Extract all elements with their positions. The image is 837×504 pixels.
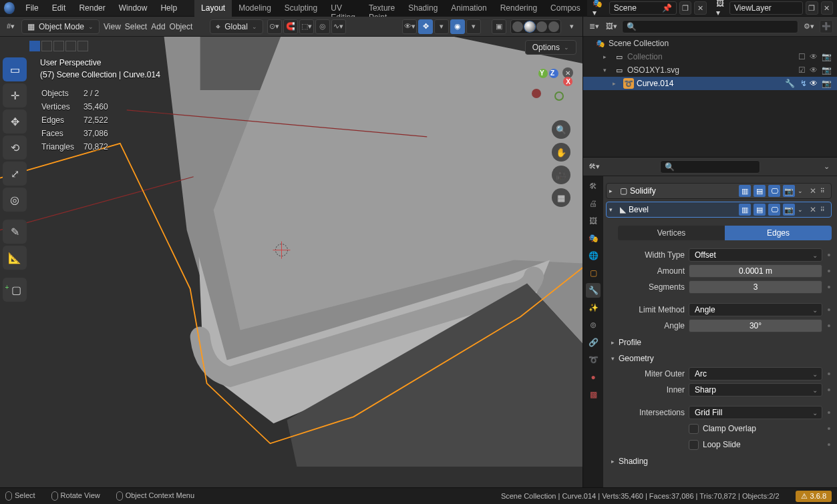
workspace-animation[interactable]: Animation — [444, 0, 493, 17]
tool-move[interactable]: ✥ — [3, 109, 27, 134]
eye-icon[interactable]: 👁 — [810, 65, 818, 75]
affect-edges[interactable]: Edges — [725, 226, 832, 240]
modifier-solidify-header[interactable]: ▸ ▢ Solidify ▥ ▤ 🖵 📷 ⌄ ✕ ⠿ — [606, 183, 832, 199]
version-badge[interactable]: ⚠3.6.8 — [796, 491, 832, 502]
workspace-uvediting[interactable]: UV Editing — [324, 0, 362, 17]
menu-edit[interactable]: Edit — [47, 1, 71, 15]
editor-type-icon[interactable]: #▾ — [4, 20, 17, 33]
tab-object[interactable]: ▢ — [586, 266, 601, 280]
tab-viewlayer[interactable]: 🖼 — [586, 214, 601, 228]
tool-annotate[interactable]: ✎ — [3, 220, 27, 244]
eye-icon[interactable]: 👁 — [810, 79, 818, 88]
workspace-layout[interactable]: Layout — [194, 0, 232, 17]
chevron-right-icon[interactable]: ▸ — [603, 53, 611, 60]
outliner-file[interactable]: ▾ ▭ OSO1XY1.svg ☑👁📷 — [583, 63, 837, 77]
modifier-name[interactable]: Bevel — [629, 205, 736, 214]
chevron-right-icon[interactable]: ▸ — [613, 80, 621, 87]
clamp-overlap-checkbox[interactable] — [689, 424, 699, 434]
amount-field[interactable]: 0.0001 m — [689, 264, 822, 278]
properties-options-icon[interactable]: ⌄ — [820, 160, 833, 174]
affect-vertices[interactable]: Vertices — [618, 226, 725, 240]
viewport-options-button[interactable]: Options⌄ — [525, 40, 576, 55]
proportional-toggle[interactable]: ◎ — [315, 19, 330, 34]
delete-modifier-icon[interactable]: ✕ — [810, 186, 816, 196]
new-viewlayer-button[interactable]: ❐ — [806, 1, 818, 15]
geometry-subpanel[interactable]: ▾Geometry — [606, 350, 832, 366]
shading-mode[interactable] — [510, 19, 561, 34]
limit-method-dropdown[interactable]: Angle — [689, 303, 822, 316]
menu-window[interactable]: Window — [114, 1, 153, 15]
render-icon[interactable]: 📷 — [822, 52, 832, 61]
workspace-modeling[interactable]: Modeling — [232, 0, 278, 17]
anim-dot[interactable]: • — [826, 423, 832, 434]
toggle-render[interactable]: 📷 — [783, 185, 795, 197]
tab-world[interactable]: 🌐 — [586, 248, 601, 263]
tab-data[interactable]: ➰ — [586, 352, 601, 367]
chevron-down-icon[interactable]: ⌄ — [798, 188, 806, 194]
workspace-sculpting[interactable]: Sculpting — [278, 0, 324, 17]
zoom-icon[interactable]: 🔍 — [552, 120, 570, 139]
anim-dot[interactable]: • — [826, 304, 832, 315]
tab-constraints[interactable]: 🔗 — [586, 335, 601, 350]
axis-neg-x[interactable] — [532, 89, 541, 98]
new-collection-button[interactable]: ➕ — [820, 20, 833, 33]
tab-physics[interactable]: ⊚ — [586, 318, 601, 332]
properties-search[interactable]: 🔍 — [660, 160, 760, 174]
modifier-bevel-header[interactable]: ▾ ◣ Bevel ▥ ▤ 🖵 📷 ⌄ ✕ ⠿ — [606, 202, 832, 218]
tool-cursor[interactable]: ✛ — [3, 83, 27, 107]
proportional-options[interactable]: ∿▾ — [331, 19, 346, 34]
anim-dot[interactable]: • — [826, 407, 832, 418]
delete-modifier-icon[interactable]: ✕ — [810, 205, 816, 214]
shade-wire-icon[interactable] — [512, 21, 523, 32]
tab-modifiers[interactable]: 🔧 — [586, 283, 601, 298]
select-menu[interactable]: Select — [125, 22, 147, 31]
outliner-collection[interactable]: ▸ ▭ Collection ☐👁📷 — [583, 50, 837, 63]
delete-scene-button[interactable]: ✕ — [694, 1, 706, 15]
anim-dot[interactable]: • — [826, 282, 832, 292]
select-mode-subtract[interactable] — [53, 41, 64, 51]
outliner-tree[interactable]: 🎭 Scene Collection ▸ ▭ Collection ☐👁📷 ▾ … — [583, 37, 837, 157]
tab-material[interactable]: ● — [586, 370, 601, 385]
tab-scene[interactable]: 🎭 — [586, 231, 601, 246]
anim-dot[interactable]: • — [826, 368, 832, 379]
toggle-realtime[interactable]: 🖵 — [768, 185, 780, 197]
pivot-icon[interactable]: ⊙▾ — [267, 19, 282, 34]
intersections-dropdown[interactable]: Grid Fill — [689, 406, 822, 419]
chevron-down-icon[interactable]: ▾ — [609, 206, 617, 213]
snap-options[interactable]: ⬚▾ — [299, 19, 314, 34]
toggle-render[interactable]: 📷 — [783, 204, 795, 216]
toggle-editmode[interactable]: ▤ — [754, 185, 766, 197]
mode-selector[interactable]: ▦ Object Mode ⌄ — [21, 19, 100, 34]
outliner-scene-collection[interactable]: 🎭 Scene Collection — [583, 37, 837, 50]
workspace-rendering[interactable]: Rendering — [494, 0, 544, 17]
exclude-checkbox[interactable]: ☑ — [798, 65, 806, 75]
anim-dot[interactable]: • — [826, 266, 832, 276]
overlay-toggle[interactable]: ◉ — [450, 19, 465, 34]
shade-matprev-icon[interactable] — [536, 21, 547, 32]
perspective-icon[interactable]: ▦ — [552, 188, 570, 207]
miter-outer-dropdown[interactable]: Arc — [689, 367, 822, 381]
toggle-editmode[interactable]: ▤ — [754, 204, 766, 216]
3d-viewport[interactable]: ▭ ✛ ✥ ⟲ ⤢ ◎ ✎ 📐 +▢ User Perspective (57)… — [0, 37, 582, 487]
scene-name-field[interactable]: Scene 📌 — [609, 1, 677, 15]
menu-file[interactable]: File — [20, 1, 43, 15]
shade-render-icon[interactable] — [548, 21, 559, 32]
nav-gizmo[interactable]: X Y Z — [534, 70, 570, 106]
extra-menu-icon[interactable]: ⠿ — [820, 188, 828, 194]
gizmo-options[interactable]: ▾ — [434, 19, 449, 34]
select-mode-intersect[interactable] — [77, 41, 88, 51]
render-icon[interactable]: 📷 — [822, 79, 832, 88]
camera-icon[interactable]: 🎥 — [552, 166, 570, 184]
tool-scale[interactable]: ⤢ — [3, 162, 27, 186]
workspace-compositing[interactable]: Compos — [544, 0, 587, 17]
select-mode-extend[interactable] — [41, 41, 52, 51]
tool-measure[interactable]: 📐 — [3, 246, 27, 270]
tab-render[interactable]: 🛠 — [586, 179, 601, 194]
width-type-dropdown[interactable]: Offset — [689, 248, 822, 262]
visibility-icon[interactable]: 👁▾ — [402, 19, 417, 34]
tab-output[interactable]: 🖨 — [586, 196, 601, 211]
eye-icon[interactable]: 👁 — [810, 52, 818, 61]
anim-dot[interactable]: • — [826, 320, 832, 331]
menu-render[interactable]: Render — [73, 1, 110, 15]
anim-dot[interactable]: • — [826, 250, 832, 260]
